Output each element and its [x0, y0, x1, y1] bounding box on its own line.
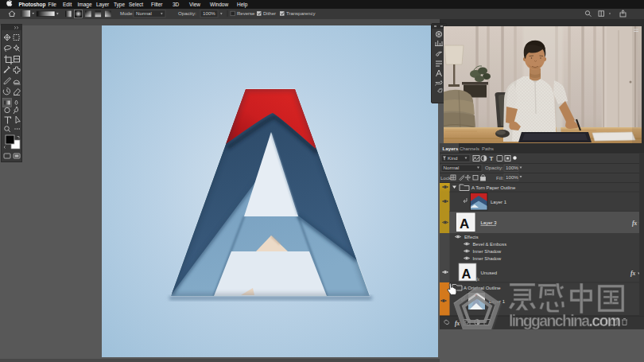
svg-text:Reverse: Reverse [237, 11, 255, 16]
svg-text:Transparency: Transparency [286, 11, 315, 16]
svg-text:T: T [490, 155, 494, 162]
svg-text:Opacity:: Opacity: [485, 165, 503, 170]
svg-text:Layer 3: Layer 3 [481, 220, 498, 225]
svg-text:Effects: Effects [464, 235, 479, 239]
svg-text:File: File [48, 2, 57, 7]
svg-text:Type: Type [114, 2, 125, 8]
svg-text:Opacity:: Opacity: [178, 10, 196, 16]
svg-text:Photoshop: Photoshop [19, 2, 46, 8]
svg-text:Layer 1: Layer 1 [491, 200, 507, 204]
svg-text:Filter: Filter [151, 2, 163, 7]
svg-text:lingganchina.com: lingganchina.com [509, 312, 621, 329]
svg-text:A Torn Paper Outline: A Torn Paper Outline [471, 185, 516, 190]
svg-text:View: View [189, 2, 200, 7]
svg-text:Channels: Channels [460, 146, 479, 151]
svg-text:Paths: Paths [482, 146, 494, 151]
svg-text:Window: Window [210, 2, 228, 7]
svg-text:Normal: Normal [136, 10, 152, 16]
svg-text:Kind: Kind [448, 155, 458, 161]
svg-text:Edit: Edit [63, 2, 72, 7]
svg-text:Inner Shadow: Inner Shadow [473, 256, 502, 261]
svg-text:3D: 3D [173, 2, 180, 7]
svg-text:Layer: Layer [96, 2, 110, 8]
svg-text:100%: 100% [203, 10, 215, 16]
svg-text:Dither: Dither [263, 11, 276, 16]
svg-text:Layers: Layers [443, 146, 460, 151]
svg-text:Bevel & Emboss: Bevel & Emboss [473, 242, 507, 247]
svg-text:Mode:: Mode: [120, 10, 134, 16]
svg-text:100%: 100% [506, 165, 518, 170]
svg-text:Select: Select [129, 2, 143, 7]
svg-text:Normal: Normal [444, 165, 460, 170]
svg-text:A: A [460, 216, 469, 232]
svg-text:Help: Help [237, 2, 248, 8]
svg-text:Fill:: Fill: [496, 175, 504, 181]
svg-text:Image: Image [78, 2, 92, 8]
svg-text:Unused: Unused [481, 271, 498, 275]
svg-text:Inner Shadow: Inner Shadow [473, 249, 502, 254]
svg-text:100%: 100% [506, 174, 518, 180]
